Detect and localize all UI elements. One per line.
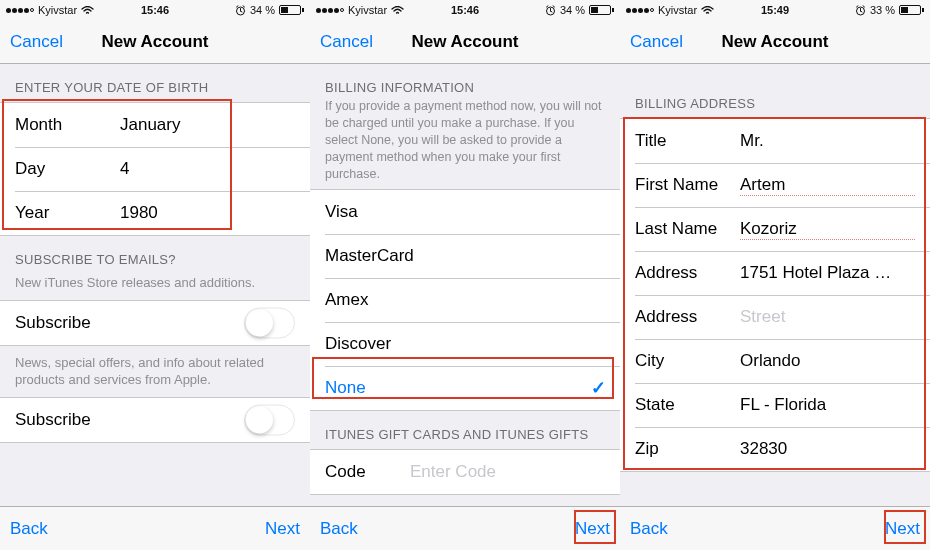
offers-sub: News, special offers, and info about rel…	[0, 346, 310, 397]
toolbar: Back Next	[620, 506, 930, 550]
addr-title-label: Title	[635, 131, 740, 151]
status-bar: Kyivstar 15:49 33 %	[620, 0, 930, 20]
card-discover[interactable]: Discover	[310, 322, 620, 366]
next-button[interactable]: Next	[885, 519, 920, 539]
nav-bar: Cancel New Account	[310, 20, 620, 64]
addr-header: BILLING ADDRESS	[620, 64, 930, 118]
dob-year-row[interactable]: Year 1980	[0, 191, 310, 235]
toolbar: Back Next	[0, 506, 310, 550]
addr-line2-input[interactable]: Street	[740, 307, 915, 327]
battery-icon	[589, 5, 614, 15]
dob-group: Month January Day 4 Year 1980	[0, 102, 310, 236]
addr-city-label: City	[635, 351, 740, 371]
next-button[interactable]: Next	[575, 519, 610, 539]
addr-last-row[interactable]: Last Name Kozoriz	[620, 207, 930, 251]
dob-month-value: January	[120, 115, 295, 135]
dob-header: ENTER YOUR DATE OF BIRTH	[0, 64, 310, 102]
address-group: Title Mr. First Name Artem Last Name Koz…	[620, 118, 930, 472]
toolbar: Back Next	[310, 506, 620, 550]
signal-icon	[626, 8, 654, 13]
addr-zip-row[interactable]: Zip 32830	[620, 427, 930, 471]
signal-icon	[316, 8, 344, 13]
status-time: 15:49	[761, 4, 789, 16]
back-button[interactable]: Back	[630, 519, 668, 539]
billing-header: BILLING INFORMATION If you provide a pay…	[310, 64, 620, 189]
page-title: New Account	[411, 32, 518, 52]
cancel-button[interactable]: Cancel	[10, 32, 63, 52]
card-mastercard[interactable]: MasterCard	[310, 234, 620, 278]
cancel-button[interactable]: Cancel	[630, 32, 683, 52]
battery-pct: 34 %	[560, 4, 585, 16]
gift-code-input[interactable]: Enter Code	[410, 462, 605, 482]
addr-state-row[interactable]: State FL - Florida	[620, 383, 930, 427]
addr-zip-value[interactable]: 32830	[740, 439, 915, 459]
wifi-icon	[81, 6, 94, 15]
screen-dob: Kyivstar 15:46 34 % Cancel New Account E…	[0, 0, 310, 550]
battery-pct: 34 %	[250, 4, 275, 16]
addr-last-value[interactable]: Kozoriz	[740, 219, 915, 240]
carrier-label: Kyivstar	[658, 4, 697, 16]
subscribe-toggle-2[interactable]	[244, 404, 295, 435]
carrier-label: Kyivstar	[348, 4, 387, 16]
alarm-icon	[855, 5, 866, 16]
card-label: Amex	[325, 290, 368, 310]
subscribe-row-2: Subscribe	[0, 398, 310, 442]
status-bar: Kyivstar 15:46 34 %	[310, 0, 620, 20]
addr-state-label: State	[635, 395, 740, 415]
wifi-icon	[391, 6, 404, 15]
subscribe-toggle-1[interactable]	[244, 307, 295, 338]
addr-line2-label: Address	[635, 307, 740, 327]
nav-bar: Cancel New Account	[0, 20, 310, 64]
payment-method-group: Visa MasterCard Amex Discover None ✓	[310, 189, 620, 411]
addr-city-row[interactable]: City Orlando	[620, 339, 930, 383]
addr-line2-row[interactable]: Address Street	[620, 295, 930, 339]
back-button[interactable]: Back	[10, 519, 48, 539]
status-time: 15:46	[141, 4, 169, 16]
dob-month-row[interactable]: Month January	[0, 103, 310, 147]
nav-bar: Cancel New Account	[620, 20, 930, 64]
battery-icon	[279, 5, 304, 15]
addr-line1-value[interactable]: 1751 Hotel Plaza …	[740, 263, 915, 283]
gift-code-row[interactable]: Code Enter Code	[310, 450, 620, 494]
dob-day-row[interactable]: Day 4	[0, 147, 310, 191]
signal-icon	[6, 8, 34, 13]
alarm-icon	[235, 5, 246, 16]
card-none[interactable]: None ✓	[310, 366, 620, 410]
subscribe-label-2: Subscribe	[15, 410, 91, 430]
carrier-label: Kyivstar	[38, 4, 77, 16]
addr-zip-label: Zip	[635, 439, 740, 459]
dob-year-value: 1980	[120, 203, 295, 223]
emails-sub: New iTunes Store releases and additions.	[0, 274, 310, 300]
addr-title-row[interactable]: Title Mr.	[620, 119, 930, 163]
dob-day-label: Day	[15, 159, 120, 179]
battery-pct: 33 %	[870, 4, 895, 16]
addr-line1-label: Address	[635, 263, 740, 283]
next-button[interactable]: Next	[265, 519, 300, 539]
addr-first-row[interactable]: First Name Artem	[620, 163, 930, 207]
addr-first-label: First Name	[635, 175, 740, 195]
card-label: Visa	[325, 202, 358, 222]
addr-title-value: Mr.	[740, 131, 915, 151]
status-time: 15:46	[451, 4, 479, 16]
dob-month-label: Month	[15, 115, 120, 135]
alarm-icon	[545, 5, 556, 16]
gift-code-label: Code	[325, 462, 410, 482]
page-title: New Account	[721, 32, 828, 52]
addr-first-value[interactable]: Artem	[740, 175, 915, 196]
card-amex[interactable]: Amex	[310, 278, 620, 322]
addr-line1-row[interactable]: Address 1751 Hotel Plaza …	[620, 251, 930, 295]
gift-header: ITUNES GIFT CARDS AND ITUNES GIFTS	[310, 411, 620, 449]
battery-icon	[899, 5, 924, 15]
addr-city-value[interactable]: Orlando	[740, 351, 915, 371]
card-label: Discover	[325, 334, 391, 354]
card-label: None	[325, 378, 366, 398]
screen-billing-address: Kyivstar 15:49 33 % Cancel New Account B…	[620, 0, 930, 550]
card-visa[interactable]: Visa	[310, 190, 620, 234]
emails-header: SUBSCRIBE TO EMAILS?	[0, 236, 310, 274]
cancel-button[interactable]: Cancel	[320, 32, 373, 52]
billing-sub-text: If you provide a payment method now, you…	[325, 95, 605, 182]
addr-last-label: Last Name	[635, 219, 740, 239]
wifi-icon	[701, 6, 714, 15]
checkmark-icon: ✓	[591, 377, 606, 399]
back-button[interactable]: Back	[320, 519, 358, 539]
